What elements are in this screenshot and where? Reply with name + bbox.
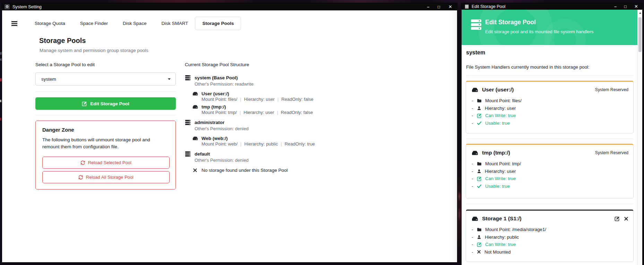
storage-node-tmp: tmp (tmp:/) Mount Point: tmp/Hierarchy: … <box>192 104 379 115</box>
edit-storage-pool-titlebar: Edit Storage Pool – □ ✕ <box>462 3 642 10</box>
storage-readonly: ReadOnly: true <box>285 141 315 147</box>
desktop-icon-fragment <box>0 100 1 102</box>
minimize-button[interactable]: – <box>614 5 617 9</box>
check-icon <box>477 121 482 125</box>
banner-decoration <box>478 10 553 45</box>
tab-space-finder[interactable]: Space Finder <box>80 21 108 26</box>
tab-storage-pools[interactable]: Storage Pools <box>195 17 241 30</box>
folder-icon <box>477 98 482 103</box>
handler-mount-point: Mount Point: tmp/ <box>472 160 633 168</box>
storage-node-web: Web (web:/) Mount Point: web/Hierarchy: … <box>192 136 379 147</box>
refresh-icon <box>80 160 85 165</box>
handler-name: tmp (tmp:/) <box>482 150 510 156</box>
edit-icon <box>82 101 87 106</box>
storage-readonly: ReadOnly: false <box>281 110 313 115</box>
banner-title: Edit Storage Pool <box>485 19 536 26</box>
pool-permission: Other's Permission: denied <box>195 158 379 163</box>
edit-icon <box>477 176 482 181</box>
server-icon <box>470 19 482 30</box>
scrollbar-thumb[interactable] <box>638 17 642 52</box>
reload-all-storage-pool-button[interactable]: Reload All Storage Pool <box>42 171 170 183</box>
storage-hierarchy: Hierarchy: user <box>244 97 282 102</box>
pool-node-default: default Other's Permission: denied No st… <box>185 151 379 173</box>
handler-can-write: Can Write: true <box>472 175 633 183</box>
window-title: System Setting <box>12 5 42 9</box>
tab-disk-smart[interactable]: Disk SMART <box>161 21 188 26</box>
empty-pool-message: No storage found under this Storage Pool <box>193 168 379 173</box>
pool-node-system: system (Base Pool) Other's Permission: r… <box>185 75 379 115</box>
hard-drive-icon <box>192 136 198 141</box>
folder-icon <box>477 227 482 232</box>
handler-can-write: Can Write: true <box>472 241 633 248</box>
reload-selected-pool-button[interactable]: Reload Selected Pool <box>42 157 170 169</box>
handler-hierarchy: Hierarchy: public <box>472 233 633 241</box>
handler-mount-point: Mount Point: files/ <box>472 97 633 105</box>
divider <box>466 204 633 204</box>
page-subtitle: Manage system and permission group stora… <box>40 48 148 53</box>
remove-handler-icon[interactable] <box>624 217 628 221</box>
handler-usable: Usable: true <box>472 183 633 190</box>
handler-mount-point: Mount Point: /media/storage1/ <box>472 226 633 233</box>
handler-card-storage1: Storage 1 (S1:/) Mount Point: /media/sto… <box>466 210 634 262</box>
banner-subtitle: Edit storage pool and its mounted file s… <box>485 29 593 34</box>
edit-storage-pool-button[interactable]: Edit Storage Pool <box>35 97 176 110</box>
reload-all-storage-pool-label: Reload All Storage Pool <box>86 175 134 180</box>
close-button[interactable]: ✕ <box>634 5 638 9</box>
server-icon <box>185 151 191 157</box>
hard-drive-icon <box>472 150 478 156</box>
user-icon <box>477 235 481 239</box>
storage-node-user: User (user:/) Mount Point: files/Hierarc… <box>192 91 379 102</box>
handler-card-tmp: tmp (tmp:/) System Reserved Mount Point:… <box>466 144 634 198</box>
edit-handler-icon[interactable] <box>615 216 620 221</box>
pool-node-administrator: administrator Other's Permission: denied… <box>185 120 379 147</box>
danger-zone-description: The following buttons will unmount stora… <box>42 136 164 150</box>
handler-usable: Usable: true <box>472 120 633 127</box>
storage-mount-point: Mount Point: tmp/ <box>201 110 243 115</box>
maximize-button[interactable]: □ <box>438 5 440 9</box>
storage-hierarchy: Hierarchy: public <box>244 141 284 147</box>
pool-name: system (Base Pool) <box>195 75 238 80</box>
scroll-up-icon[interactable] <box>639 12 641 14</box>
hard-drive-icon <box>192 91 198 96</box>
server-icon <box>465 5 469 9</box>
edit-icon <box>477 242 482 247</box>
edit-storage-pool-window: Edit Storage Pool – □ ✕ Edit Storage Poo… <box>462 3 642 265</box>
hard-drive-icon <box>192 105 198 109</box>
empty-pool-text: No storage found under this Storage Pool <box>201 168 287 173</box>
edit-storage-pool-label: Edit Storage Pool <box>90 101 129 106</box>
window-title: Edit Storage Pool <box>472 4 505 9</box>
minimize-button[interactable]: – <box>427 5 429 9</box>
pool-name: default <box>195 151 210 157</box>
tab-storage-quota[interactable]: Storage Quota <box>35 21 65 26</box>
system-setting-titlebar: ⚙ System Setting – □ ✕ <box>2 3 457 10</box>
storage-name: User (user:/) <box>201 91 229 96</box>
pool-select-value: system <box>41 77 56 82</box>
scrollbar[interactable] <box>637 10 642 265</box>
storage-pool-structure: Current Storage Pool Structure system (B… <box>185 62 379 177</box>
pool-permission: Other's Permission: readwrite <box>195 81 379 87</box>
select-pool-label: Select a Storage Pool to edit <box>35 62 95 67</box>
folder-icon <box>477 161 482 166</box>
pool-name: administrator <box>195 120 224 125</box>
desktop-icon-fragment <box>0 118 1 121</box>
divider <box>466 75 633 76</box>
selected-pool-name: system <box>466 50 485 56</box>
x-icon <box>193 168 197 173</box>
maximize-button[interactable]: □ <box>624 5 627 9</box>
user-icon <box>477 169 481 174</box>
storage-name: Web (web:/) <box>201 136 228 141</box>
system-reserved-badge: System Reserved <box>595 87 628 92</box>
menu-icon[interactable] <box>11 21 17 22</box>
system-reserved-badge: System Reserved <box>595 150 628 155</box>
wallpaper-speckle <box>458 207 461 222</box>
wallpaper-speckle <box>458 191 461 202</box>
reload-selected-pool-label: Reload Selected Pool <box>88 160 131 165</box>
close-button[interactable]: ✕ <box>448 5 452 9</box>
page-title: Storage Pools <box>39 37 86 45</box>
tab-disk-space[interactable]: Disk Space <box>123 21 146 26</box>
pool-select-dropdown[interactable]: system <box>35 72 176 86</box>
tab-bar: Storage Quota Space Finder Disk Space Di… <box>2 10 457 33</box>
handler-not-mounted: Not Mounted <box>472 248 633 256</box>
gear-icon: ⚙ <box>5 4 10 9</box>
handler-hierarchy: Hierarchy: user <box>472 105 633 112</box>
